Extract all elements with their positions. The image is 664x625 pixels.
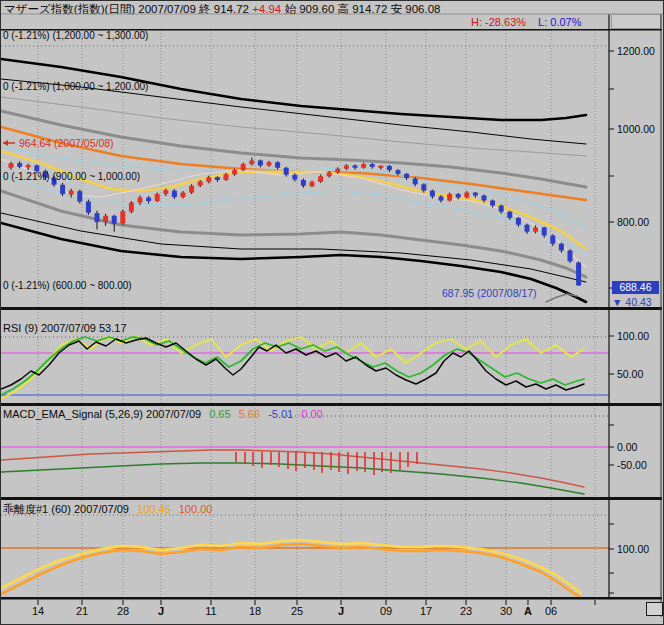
down-arrow-icon: ▼: [612, 296, 622, 308]
kairi-value-2: 100.00: [179, 503, 213, 515]
y-axis-label: 50.00: [617, 368, 643, 380]
y-axis-label: 100.00: [617, 330, 649, 342]
band-range-label: 0 (-1.21%) (900.00 ~ 1,000.00): [3, 171, 140, 182]
y-axis-label: 0.00: [617, 441, 637, 453]
kairi-value-1: 100.45: [137, 503, 171, 515]
x-axis-label: 14: [26, 605, 50, 617]
kairi-title: 乖離度#1 (60) 2007/07/09: [3, 503, 129, 515]
macd-value-4: 0.00: [301, 408, 322, 420]
x-axis-label: 25: [285, 605, 309, 617]
macd-title: MACD_EMA_Signal (5,26,9) 2007/07/09: [3, 408, 201, 420]
x-axis-label: 28: [111, 605, 135, 617]
last-price-badge: 688.46: [612, 281, 659, 294]
rsi-title: RSI (9) 2007/07/09 53.17: [3, 322, 127, 334]
price-change-indicator: ▼ 40.43: [612, 296, 652, 308]
y-axis-label: 800.00: [617, 216, 649, 228]
x-axis-label: J: [329, 605, 353, 617]
macd-value-2: 5.66: [239, 408, 260, 420]
kairi-panel-header[interactable]: 乖離度#1 (60) 2007/07/09 100.45 100.00: [3, 502, 212, 517]
chart-application-window: マザーズ指数(指数)(日間) 2007/07/09 終 914.72 +4.94…: [0, 0, 664, 625]
x-axis-label: A: [516, 605, 540, 617]
band-range-label: 0 (-1.21%) (1,200.00 ~ 1,300.00): [3, 30, 148, 41]
y-axis-label: 1000.00: [617, 123, 655, 135]
high-price-marker: 964.64 (2007/05/08): [19, 137, 114, 149]
x-axis-label: 23: [454, 605, 478, 617]
macd-panel-header[interactable]: MACD_EMA_Signal (5,26,9) 2007/07/09 0.65…: [3, 408, 323, 420]
change-amount: 40.43: [625, 296, 651, 308]
x-axis-label: 06: [539, 605, 563, 617]
x-axis-label: 17: [414, 605, 438, 617]
x-axis-label: 09: [374, 605, 398, 617]
chart-canvas[interactable]: [1, 1, 664, 625]
x-axis-label: 21: [70, 605, 94, 617]
band-range-label: 0 (-1.21%) (600.00 ~ 800.00): [3, 280, 132, 291]
corner-button[interactable]: [646, 602, 663, 616]
y-axis-label: 100.00: [617, 543, 649, 555]
x-axis-label: 30: [494, 605, 518, 617]
rsi-panel-header[interactable]: RSI (9) 2007/07/09 53.17: [3, 322, 127, 334]
x-axis-label: 18: [243, 605, 267, 617]
x-axis-label: 11: [199, 605, 223, 617]
x-axis-label: J: [149, 605, 173, 617]
macd-value-3: -5.01: [268, 408, 293, 420]
macd-value-1: 0.65: [209, 408, 230, 420]
y-axis-label: -50.00: [617, 459, 647, 471]
low-price-marker: 687.95 (2007/08/17): [442, 287, 537, 299]
band-range-label: 0 (-1.21%) (1,000.00 ~ 1,200.00): [3, 81, 148, 92]
y-axis-label: 1200.00: [617, 45, 655, 57]
